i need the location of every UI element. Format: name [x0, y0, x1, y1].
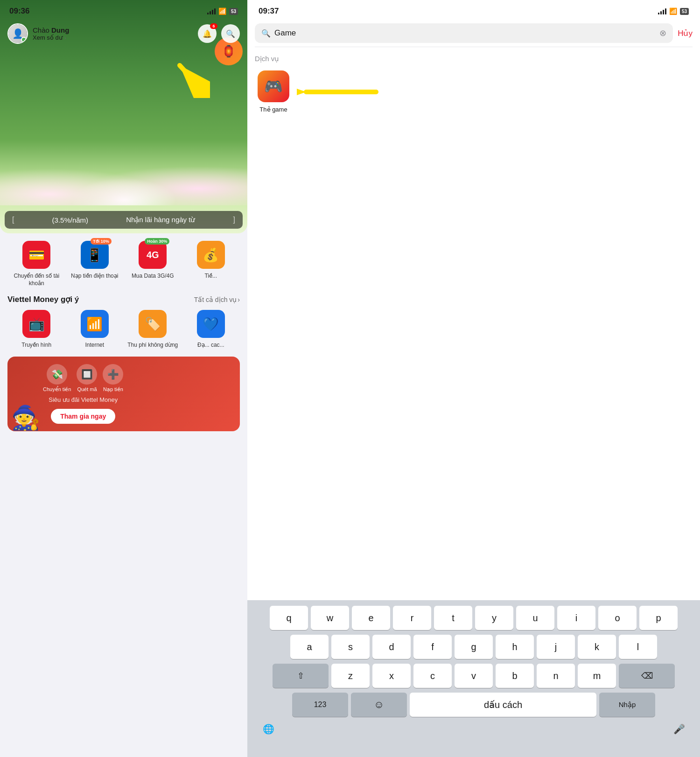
service-item-transfer[interactable]: 💳 Chuyển đến số tài khoản	[11, 241, 62, 287]
delete-key[interactable]: ⌫	[619, 664, 675, 688]
kb-row-4: 123 ☺ dấu cách Nhập	[249, 693, 698, 717]
notification-badge: 6	[210, 23, 217, 29]
banner-action-transfer-label: Chuyển tiền	[43, 386, 71, 393]
banner-cta-button[interactable]: Tham gia ngay	[51, 409, 115, 424]
kb-row-5: 🌐 🎤	[249, 717, 698, 741]
key-g[interactable]: g	[455, 635, 493, 659]
key-w[interactable]: w	[311, 606, 349, 630]
key-d[interactable]: d	[372, 635, 411, 659]
right-status-icons: 📶 53	[658, 7, 689, 15]
numbers-key[interactable]: 123	[292, 693, 348, 717]
mic-key[interactable]: 🎤	[660, 717, 698, 741]
online-dot	[21, 37, 27, 42]
results-spacer	[247, 121, 700, 600]
suggest-all-link[interactable]: Tất cả dịch vụ ›	[194, 296, 240, 303]
key-j[interactable]: j	[537, 635, 575, 659]
key-c[interactable]: c	[413, 664, 452, 688]
key-f[interactable]: f	[413, 635, 452, 659]
balance-chevron-icon: ›	[64, 35, 66, 41]
yellow-arrow-left	[297, 78, 381, 106]
user-balance[interactable]: Xem số dư ›	[33, 34, 69, 41]
search-icon: 🔍	[226, 29, 235, 38]
banner-action-topup[interactable]: ➕ Nạp tiền	[103, 364, 123, 393]
kb-row-3: ⇧ z x c v b n m ⌫	[249, 664, 698, 688]
user-info: 👤 Chào Dung Xem số dư ›	[7, 23, 69, 44]
key-a[interactable]: a	[290, 635, 329, 659]
globe-key[interactable]: 🌐	[249, 717, 287, 741]
banner-action-scan[interactable]: 🔲 Quét mã	[77, 364, 97, 393]
key-e[interactable]: e	[352, 606, 390, 630]
suggest-item-other[interactable]: 💙 Đạ... cac...	[185, 310, 237, 349]
key-l[interactable]: l	[619, 635, 657, 659]
search-screen: 09:37 📶 53 🔍 Game ⊗ Hủy	[247, 0, 700, 757]
suggest-icon-internet: 📶	[81, 310, 109, 338]
suggest-title: Viettel Money gợi ý	[7, 294, 79, 304]
user-text-info: Chào Dung Xem số dư ›	[33, 26, 69, 41]
notification-button[interactable]: 🔔 6	[198, 24, 217, 43]
suggest-item-tv[interactable]: 📺 Truyền hình	[11, 310, 62, 349]
keyboard: q w e r t y u i o p a s d f g h j k	[247, 600, 700, 757]
suggest-label-other: Đạ... cac...	[197, 342, 224, 349]
suggest-icon-other: 💙	[197, 310, 225, 338]
search-button[interactable]: 🔍	[221, 24, 240, 43]
result-item-game[interactable]: 🎮 Thẻ game	[255, 70, 292, 114]
cancel-button[interactable]: Hủy	[678, 28, 693, 38]
suggest-icon-toll: 🏷️	[139, 310, 167, 338]
service-icon-transfer: 💳	[22, 241, 50, 269]
key-q[interactable]: q	[270, 606, 308, 630]
avatar: 👤	[7, 23, 28, 44]
service-icon-topup: Tới 10% 📱	[81, 241, 109, 269]
service-item-data[interactable]: Hoàn 30% 4G Mua Data 3G/4G	[127, 241, 178, 287]
key-h[interactable]: h	[496, 635, 534, 659]
key-y[interactable]: y	[475, 606, 513, 630]
key-o[interactable]: o	[598, 606, 637, 630]
wifi-icon: 📶	[218, 7, 226, 15]
results-section-label: Dịch vụ	[255, 55, 693, 63]
banner-action-transfer[interactable]: 💸 Chuyển tiền	[43, 364, 71, 393]
service-badge-data: Hoàn 30%	[145, 238, 169, 245]
key-m[interactable]: m	[578, 664, 616, 688]
key-x[interactable]: x	[372, 664, 411, 688]
service-icon-data: Hoàn 30% 4G	[139, 241, 167, 269]
banner-action-scan-label: Quét mã	[77, 386, 97, 392]
user-greeting: Chào Dung	[33, 26, 69, 34]
service-label-topup: Nạp tiền điện thoại	[71, 273, 118, 280]
service-label-data: Mua Data 3G/4G	[132, 273, 174, 280]
suggest-section: Viettel Money gợi ý Tất cả dịch vụ › 📺 T…	[0, 287, 247, 349]
left-status-icons: 📶 53	[207, 7, 238, 15]
suggest-icon-tv: 📺	[22, 310, 50, 338]
suggest-grid: 📺 Truyền hình 📶 Internet 🏷️ Thu phí khôn…	[7, 310, 240, 349]
key-t[interactable]: t	[434, 606, 472, 630]
key-u[interactable]: u	[516, 606, 554, 630]
return-key[interactable]: Nhập	[599, 693, 655, 717]
service-label-more: Tiề...	[204, 273, 217, 280]
search-input-wrapper[interactable]: 🔍 Game ⊗	[255, 23, 673, 43]
left-panel: 09:36 📶 53 👤	[0, 0, 247, 757]
search-clear-button[interactable]: ⊗	[659, 28, 666, 38]
search-result-row: 🎮 Thẻ game	[255, 70, 693, 114]
key-r[interactable]: r	[393, 606, 431, 630]
service-label-transfer: Chuyển đến số tài khoản	[11, 273, 62, 287]
suggest-item-toll[interactable]: 🏷️ Thu phí không dừng	[127, 310, 178, 349]
key-b[interactable]: b	[496, 664, 534, 688]
search-input[interactable]: Game	[274, 28, 656, 38]
space-key[interactable]: dấu cách	[410, 693, 596, 717]
suggest-item-internet[interactable]: 📶 Internet	[69, 310, 120, 349]
key-p[interactable]: p	[639, 606, 678, 630]
shift-key[interactable]: ⇧	[273, 664, 329, 688]
emoji-key[interactable]: ☺	[351, 693, 407, 717]
banner-action-topup-label: Nạp tiền	[103, 386, 123, 393]
suggest-header: Viettel Money gợi ý Tất cả dịch vụ ›	[7, 294, 240, 304]
key-s[interactable]: s	[331, 635, 370, 659]
banner-mascot-icon: 🧙	[11, 404, 40, 431]
key-k[interactable]: k	[578, 635, 616, 659]
key-i[interactable]: i	[557, 606, 595, 630]
key-z[interactable]: z	[331, 664, 370, 688]
suggest-label-toll: Thu phí không dừng	[127, 342, 178, 349]
key-n[interactable]: n	[537, 664, 575, 688]
battery-badge: 53	[229, 8, 238, 15]
yellow-arrow-up	[173, 61, 210, 98]
service-item-topup[interactable]: Tới 10% 📱 Nạp tiền điện thoại	[69, 241, 120, 287]
service-item-more[interactable]: 💰 Tiề...	[185, 241, 237, 287]
key-v[interactable]: v	[455, 664, 493, 688]
